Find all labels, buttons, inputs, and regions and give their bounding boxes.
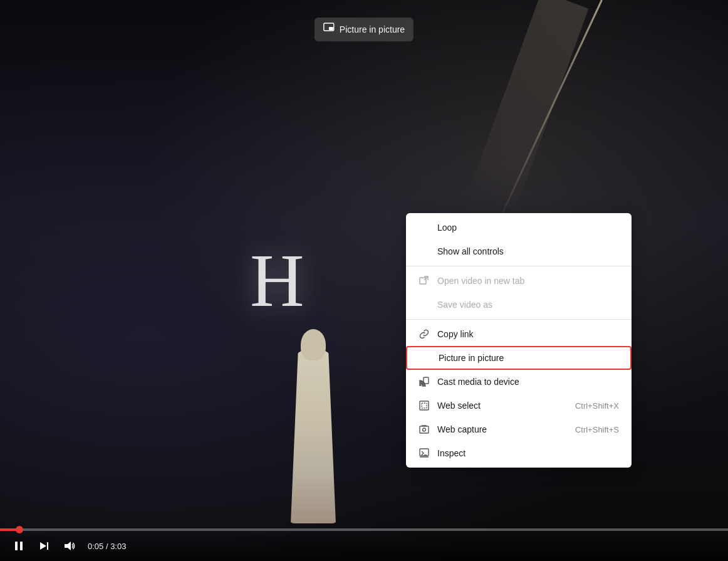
web-capture-icon xyxy=(419,424,430,435)
svg-point-13 xyxy=(423,428,426,431)
web-capture-label: Web capture xyxy=(437,424,487,434)
svg-marker-4 xyxy=(40,542,46,550)
svg-rect-3 xyxy=(20,542,23,550)
video-player: H E Picture in picture xyxy=(0,0,728,561)
svg-rect-7 xyxy=(420,278,426,284)
svg-rect-1 xyxy=(329,27,333,30)
menu-item-web-capture[interactable]: Web capture Ctrl+Shift+S xyxy=(406,417,632,441)
web-select-label: Web select xyxy=(437,401,481,411)
svg-rect-10 xyxy=(420,401,429,410)
menu-item-show-controls[interactable]: Show all controls xyxy=(406,239,632,263)
save-video-label: Save video as xyxy=(437,300,492,310)
separator-2 xyxy=(406,319,632,320)
svg-rect-2 xyxy=(15,542,18,550)
inspect-icon xyxy=(419,448,430,459)
volume-button[interactable] xyxy=(60,537,78,555)
svg-rect-11 xyxy=(422,403,427,408)
svg-rect-12 xyxy=(420,426,429,433)
context-menu: Loop Show all controls Open video in new… xyxy=(406,213,632,468)
menu-item-save-video[interactable]: Save video as xyxy=(406,293,632,317)
pause-button[interactable] xyxy=(10,537,28,555)
loop-label: Loop xyxy=(437,223,457,233)
pip-menu-label: Picture in picture xyxy=(439,353,504,363)
open-new-tab-label: Open video in new tab xyxy=(437,276,524,286)
svg-marker-6 xyxy=(65,542,71,550)
time-display: 0:05 / 3:03 xyxy=(88,542,126,551)
menu-item-web-select[interactable]: Web select Ctrl+Shift+X xyxy=(406,394,632,417)
video-controls: 0:05 / 3:03 xyxy=(0,531,728,561)
show-controls-label: Show all controls xyxy=(437,246,504,256)
cast-icon xyxy=(419,376,430,387)
copy-link-label: Copy link xyxy=(437,329,474,339)
next-button[interactable] xyxy=(35,537,53,555)
pip-tooltip-label: Picture in picture xyxy=(340,24,405,34)
new-tab-icon xyxy=(419,275,430,286)
menu-item-cast-media[interactable]: Cast media to device xyxy=(406,370,632,394)
inspect-label: Inspect xyxy=(437,448,465,458)
menu-item-open-new-tab[interactable]: Open video in new tab xyxy=(406,269,632,293)
pip-tooltip-icon xyxy=(323,23,335,36)
separator-1 xyxy=(406,266,632,266)
pip-tooltip: Picture in picture xyxy=(315,18,413,41)
menu-item-loop[interactable]: Loop xyxy=(406,216,632,239)
cast-media-label: Cast media to device xyxy=(437,377,519,387)
figure-silhouette xyxy=(263,323,363,523)
svg-rect-5 xyxy=(47,542,48,550)
web-select-icon xyxy=(419,400,430,411)
web-capture-shortcut: Ctrl+Shift+S xyxy=(575,425,619,434)
link-icon xyxy=(419,328,430,340)
menu-item-copy-link[interactable]: Copy link xyxy=(406,322,632,346)
web-select-shortcut: Ctrl+Shift+X xyxy=(575,401,619,411)
menu-item-picture-in-picture[interactable]: Picture in picture xyxy=(406,346,632,370)
menu-item-inspect[interactable]: Inspect xyxy=(406,441,632,465)
